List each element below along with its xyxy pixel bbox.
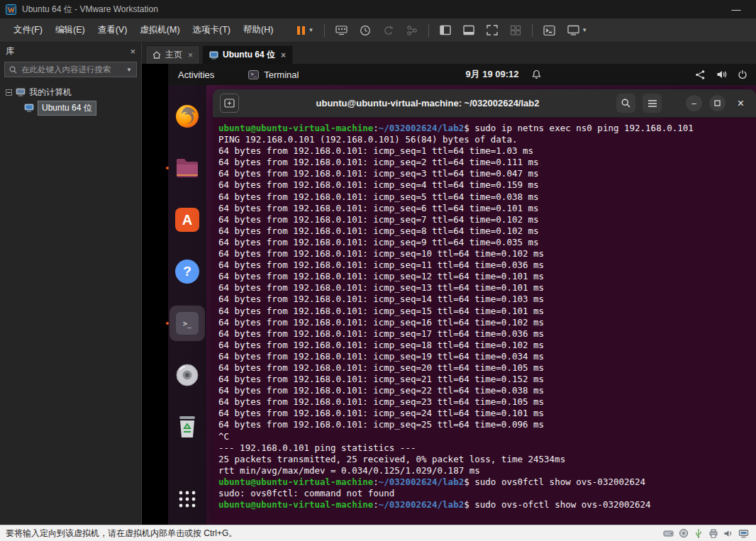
hamburger-menu-icon xyxy=(647,100,657,107)
menu-tabs[interactable]: 选项卡(T) xyxy=(187,21,237,39)
dock: A ? >_ xyxy=(168,85,206,525)
revert-snapshot-button[interactable] xyxy=(382,23,396,38)
terminal-output-line: 64 bytes from 192.168.0.101: icmp_seq=8 … xyxy=(218,225,755,237)
cd-rom-icon[interactable] xyxy=(679,528,689,538)
manage-snapshots-button[interactable] xyxy=(405,23,419,38)
show-thumbnail-bar-button[interactable] xyxy=(462,23,476,37)
terminal-minimize-button[interactable]: – xyxy=(686,95,702,111)
terminal-close-button[interactable]: × xyxy=(733,95,749,111)
new-tab-button[interactable] xyxy=(220,94,239,113)
terminal-output-line: 64 bytes from 192.168.0.101: icmp_seq=12… xyxy=(218,271,755,282)
terminal-output-line: 64 bytes from 192.168.0.101: icmp_seq=11… xyxy=(218,260,755,271)
sound-icon[interactable] xyxy=(723,529,733,538)
take-snapshot-button[interactable] xyxy=(358,23,372,38)
tree-item-my-computer[interactable]: 我的计算机 xyxy=(3,84,138,100)
menu-help[interactable]: 帮助(H) xyxy=(237,21,279,39)
terminal-menu-button[interactable] xyxy=(643,94,662,113)
system-status-area[interactable] xyxy=(695,69,750,80)
volume-icon xyxy=(716,69,727,79)
toolbar-separator xyxy=(428,24,429,37)
chevron-down-icon[interactable]: ▼ xyxy=(126,67,132,73)
chevron-down-icon: ▼ xyxy=(308,27,313,33)
library-close-button[interactable]: × xyxy=(130,46,135,57)
terminal-output-line: --- 192.168.0.101 ping statistics --- xyxy=(218,442,755,454)
library-search-box[interactable]: 在此处键入内容进行搜索 ▼ xyxy=(4,62,137,77)
show-library-button[interactable] xyxy=(438,23,452,37)
terminal-output-line: sudo: ovs0fctl: command not found xyxy=(218,488,755,499)
terminal-output-line: 64 bytes from 192.168.0.101: icmp_seq=23… xyxy=(218,396,755,408)
send-ctrl-alt-del-button[interactable] xyxy=(334,23,349,37)
vmware-workstation-window: Ubuntu 64 位 - VMware Workstation — 文件(F)… xyxy=(0,0,756,541)
menu-vm[interactable]: 虚拟机(M) xyxy=(133,21,186,39)
terminal-output-line: 64 bytes from 192.168.0.101: icmp_seq=24… xyxy=(218,408,755,419)
terminal-window[interactable]: ubuntu@ubuntu-virtual-machine: ~/0320026… xyxy=(213,89,756,525)
clock-label[interactable]: 9月 19 09:12 xyxy=(465,68,518,81)
collapse-toggle-icon[interactable] xyxy=(6,89,12,96)
terminal-search-button[interactable] xyxy=(616,94,635,113)
fullscreen-button[interactable] xyxy=(485,23,499,37)
terminal-output-line: 64 bytes from 192.168.0.101: icmp_seq=17… xyxy=(218,328,755,340)
terminal-output-line: 64 bytes from 192.168.0.101: icmp_seq=14… xyxy=(218,294,755,305)
terminal-output-line: 64 bytes from 192.168.0.101: icmp_seq=25… xyxy=(218,419,755,430)
terminal-output-line: 64 bytes from 192.168.0.101: icmp_seq=22… xyxy=(218,385,755,396)
tab-close-button[interactable]: × xyxy=(281,50,286,60)
clock-group[interactable]: 9月 19 09:12 xyxy=(465,68,541,81)
vm-screen[interactable]: Activities >_ Terminal 9月 19 09:12 xyxy=(142,64,756,525)
hard-disk-icon[interactable] xyxy=(663,529,674,538)
terminal-header-bar[interactable]: ubuntu@ubuntu-virtual-machine: ~/0320026… xyxy=(213,89,756,118)
library-header: 库 × xyxy=(0,43,141,60)
terminal-title: ubuntu@ubuntu-virtual-machine: ~/0320026… xyxy=(246,98,609,108)
cd-disc-icon xyxy=(175,363,199,387)
pause-icon xyxy=(296,26,306,35)
app-grid-icon xyxy=(178,490,196,508)
terminal-output-line: 64 bytes from 192.168.0.101: icmp_seq=5 … xyxy=(218,191,755,203)
library-tree: 我的计算机 Ubuntu 64 位 xyxy=(0,82,141,118)
dock-item-trash[interactable] xyxy=(173,413,201,441)
terminal-output-line: 64 bytes from 192.168.0.101: icmp_seq=6 … xyxy=(218,203,755,214)
maximize-icon xyxy=(714,100,721,106)
tree-item-label-selected: Ubuntu 64 位 xyxy=(38,101,96,116)
dock-item-ubuntu-software[interactable]: A xyxy=(173,206,201,234)
pause-vm-button[interactable]: ▼ xyxy=(295,24,315,37)
usb-icon[interactable] xyxy=(694,528,704,538)
terminal-output-line: 64 bytes from 192.168.0.101: icmp_seq=3 … xyxy=(218,168,755,179)
terminal-output[interactable]: ubuntu@ubuntu-virtual-machine:~/03200262… xyxy=(213,118,756,525)
menu-view[interactable]: 查看(V) xyxy=(91,21,134,39)
tab-ubuntu-vm[interactable]: Ubuntu 64 位 × xyxy=(202,45,293,64)
dock-item-terminal[interactable]: >_ xyxy=(173,309,201,338)
menu-edit[interactable]: 编辑(E) xyxy=(49,21,91,39)
menu-file[interactable]: 文件(F) xyxy=(7,21,49,39)
window-title: Ubuntu 64 位 - VMware Workstation xyxy=(22,4,158,16)
network-adapter-icon[interactable] xyxy=(738,529,749,538)
tab-home[interactable]: 主页 × xyxy=(145,45,200,64)
dock-item-firefox[interactable] xyxy=(173,102,201,130)
terminal-command-line: ubuntu@ubuntu-virtual-machine:~/03200262… xyxy=(218,123,755,134)
library-search-placeholder: 在此处键入内容进行搜索 xyxy=(21,65,122,75)
thumbnail-view-icon xyxy=(463,25,474,35)
bell-icon xyxy=(532,69,542,79)
dock-item-help[interactable]: ? xyxy=(173,257,201,286)
virtual-console-button[interactable] xyxy=(542,23,557,38)
vm-screen-icon xyxy=(209,51,218,60)
tab-close-button[interactable]: × xyxy=(188,50,193,60)
app-menu-terminal[interactable]: >_ Terminal xyxy=(248,69,299,80)
printer-icon[interactable] xyxy=(708,529,718,538)
files-icon xyxy=(175,157,199,179)
minimize-window-button[interactable]: — xyxy=(722,4,750,15)
display-settings-button[interactable]: ▼ xyxy=(566,23,589,37)
revert-snapshot-icon xyxy=(383,25,394,36)
dock-item-app-grid[interactable] xyxy=(173,485,201,513)
terminal-output-line: ^C xyxy=(218,431,755,442)
menu-items: 文件(F)编辑(E)查看(V)虚拟机(M)选项卡(T)帮助(H) xyxy=(7,21,279,39)
dock-item-files[interactable] xyxy=(173,154,201,182)
activities-button[interactable]: Activities xyxy=(174,67,218,82)
terminal-maximize-button[interactable] xyxy=(709,95,726,111)
menubar: 文件(F)编辑(E)查看(V)虚拟机(M)选项卡(T)帮助(H) ▼ xyxy=(0,18,756,43)
gnome-top-bar: Activities >_ Terminal 9月 19 09:12 xyxy=(168,64,756,85)
dock-item-media-disc[interactable] xyxy=(173,361,201,389)
running-indicator-dot xyxy=(166,167,169,169)
unity-mode-button[interactable] xyxy=(508,23,523,37)
new-tab-icon xyxy=(224,99,235,108)
library-title: 库 xyxy=(6,45,14,57)
tree-item-ubuntu-vm[interactable]: Ubuntu 64 位 xyxy=(3,100,138,116)
